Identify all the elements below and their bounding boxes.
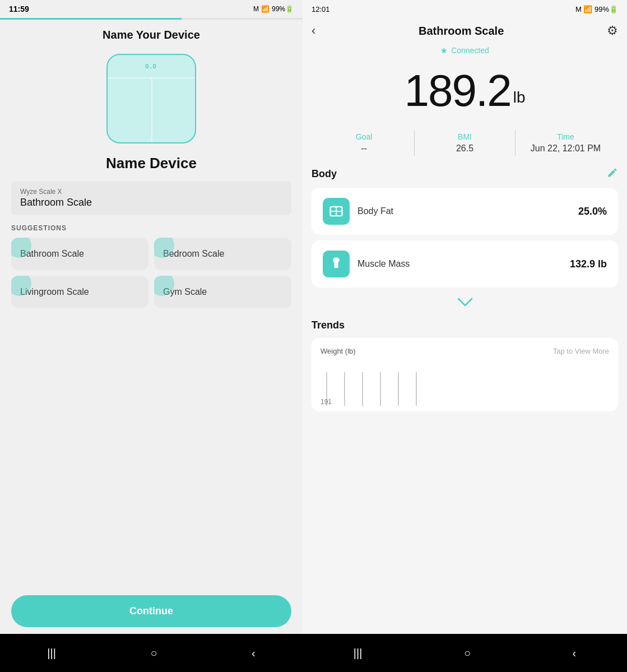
trends-section: Trends Weight (lb) Tap to View More 191 [303, 319, 627, 411]
nav-back-right[interactable]: ‹ [573, 647, 577, 660]
chart-line [321, 361, 609, 406]
status-icons-left: M 📶 99%🔋 [253, 5, 294, 13]
chart-y-value: 191 [321, 398, 332, 406]
nav-menu-right[interactable]: ||| [354, 647, 363, 660]
suggestion-livingroom-scale[interactable]: Livingroom Scale [11, 276, 148, 308]
left-panel: 11:59 M 📶 99%🔋 Name Your Device 0.0 Name… [0, 0, 303, 672]
scale-cross-v [151, 77, 152, 142]
stat-goal: Goal -- [314, 128, 414, 158]
screen-title: Bathroom Scale [419, 25, 504, 38]
battery-icon-right: 99%🔋 [595, 5, 618, 13]
body-section-header: Body [312, 167, 618, 181]
bluetooth-status: ★ Connected [303, 44, 627, 59]
back-button[interactable]: ‹ [312, 24, 315, 38]
stat-bmi-value: 26.5 [415, 143, 515, 154]
body-fat-icon [323, 198, 350, 225]
stat-bmi: BMI 26.5 [415, 128, 515, 158]
trends-label: Trends [312, 319, 618, 331]
suggestions-label: SUGGESTIONS [0, 224, 303, 238]
metric-left-muscle-mass: Muscle Mass [323, 251, 410, 277]
edit-icon[interactable] [607, 167, 618, 181]
muscle-mass-icon [323, 251, 350, 277]
trends-chart-header: Weight (lb) Tap to View More [321, 347, 609, 355]
chart-bar-5 [398, 372, 399, 406]
body-fat-label: Body Fat [357, 206, 393, 216]
corner-icon-4 [154, 276, 174, 296]
settings-button[interactable]: ⚙ [607, 24, 618, 38]
stat-bmi-label: BMI [415, 132, 515, 141]
page-title-left: Name Your Device [0, 20, 303, 48]
device-subtitle: Wyze Scale X [20, 188, 282, 196]
chart-bar-3 [362, 372, 363, 406]
metric-card-body-fat: Body Fat 25.0% [312, 188, 618, 235]
scale-image-container: 0.0 [0, 48, 303, 155]
name-device-label: Name Device [0, 155, 303, 181]
body-section: Body Body Fat 25.0% [303, 167, 627, 293]
suggestion-bedroom-scale[interactable]: Bedroom Scale [154, 238, 291, 270]
chart-tap-more[interactable]: Tap to View More [553, 347, 609, 355]
nav-back-left[interactable]: ‹ [252, 647, 256, 660]
right-panel: 12:01 M 📶 99%🔋 ‹ Bathroom Scale ⚙ ★ Conn… [303, 0, 627, 672]
weight-display: 189.2lb [303, 59, 627, 128]
device-name-value: Bathroom Scale [20, 197, 282, 208]
suggestions-grid: Bathroom Scale Bedroom Scale Livingroom … [0, 238, 303, 308]
bluetooth-icon: ★ [440, 46, 448, 55]
status-icons-right: M 📶 99%🔋 [575, 5, 618, 13]
nav-home-right[interactable]: ○ [464, 647, 471, 660]
nav-bar-right: ||| ○ ‹ [303, 634, 627, 672]
device-name-input-container[interactable]: Wyze Scale X Bathroom Scale [11, 181, 291, 215]
suggestion-gym-scale[interactable]: Gym Scale [154, 276, 291, 308]
chart-bar-4 [380, 372, 381, 406]
stat-time: Time Jun 22, 12:01 PM [515, 128, 616, 158]
time-left: 11:59 [9, 4, 29, 13]
signal-icon-right: 📶 [583, 5, 592, 13]
chart-bar-6 [416, 372, 417, 406]
scale-image: 0.0 [106, 54, 196, 143]
stat-time-value: Jun 22, 12:01 PM [515, 143, 616, 154]
scale-display: 0.0 [145, 63, 157, 69]
suggestion-bathroom-scale[interactable]: Bathroom Scale [11, 238, 148, 270]
chart-y-label: Weight (lb) [321, 347, 356, 355]
mail-icon-right: M [575, 5, 582, 13]
status-bar-right: 12:01 M 📶 99%🔋 [303, 0, 627, 18]
body-fat-value: 25.0% [578, 206, 607, 217]
chart-area: 191 [321, 361, 609, 406]
weight-value: 189.2 [405, 66, 511, 115]
stat-time-label: Time [515, 132, 616, 141]
corner-icon-1 [11, 238, 31, 258]
bluetooth-label: Connected [451, 46, 489, 55]
mail-icon: M [253, 5, 259, 13]
metric-card-muscle-mass: Muscle Mass 132.9 lb [312, 240, 618, 288]
time-right: 12:01 [312, 5, 330, 13]
stat-goal-value: -- [314, 143, 414, 154]
signal-icon: 📶 [261, 5, 270, 13]
status-bar-left: 11:59 M 📶 99%🔋 [0, 0, 303, 18]
battery-icon: 99%🔋 [272, 5, 294, 13]
nav-bar-left: ||| ○ ‹ [0, 634, 303, 672]
muscle-mass-label: Muscle Mass [357, 259, 410, 269]
muscle-mass-value: 132.9 lb [570, 258, 607, 270]
stats-row: Goal -- BMI 26.5 Time Jun 22, 12:01 PM [303, 128, 627, 167]
expand-more-button[interactable] [303, 293, 627, 319]
stat-goal-label: Goal [314, 132, 414, 141]
continue-button[interactable]: Continue [11, 595, 291, 627]
metric-left-body-fat: Body Fat [323, 198, 393, 225]
weight-unit: lb [513, 89, 526, 106]
right-header: ‹ Bathroom Scale ⚙ [303, 18, 627, 44]
chart-bar-2 [344, 372, 345, 406]
nav-home-left[interactable]: ○ [150, 647, 157, 660]
corner-icon-3 [11, 276, 31, 296]
corner-icon-2 [154, 238, 174, 258]
trends-chart: Weight (lb) Tap to View More 191 [312, 338, 618, 411]
nav-menu-left[interactable]: ||| [47, 647, 56, 660]
body-label: Body [312, 168, 337, 180]
